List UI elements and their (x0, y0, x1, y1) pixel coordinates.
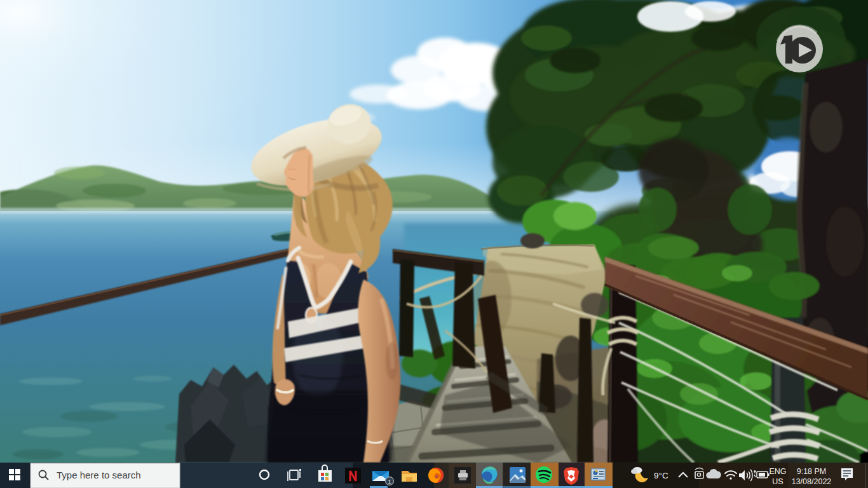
svg-text:US: US (772, 477, 783, 486)
svg-text:9°C: 9°C (654, 471, 668, 480)
svg-text:13/08/2022: 13/08/2022 (792, 477, 832, 486)
svg-text:9:18 PM: 9:18 PM (797, 467, 827, 476)
svg-text:1: 1 (388, 478, 391, 485)
svg-text:Type here to search: Type here to search (57, 470, 141, 480)
svg-text:ENG: ENG (769, 467, 786, 476)
